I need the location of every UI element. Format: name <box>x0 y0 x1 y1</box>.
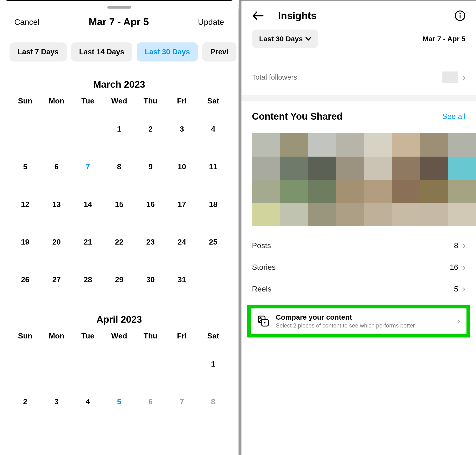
thumbnail-pixel <box>420 203 448 227</box>
month-title: March 2023 <box>9 79 229 90</box>
thumbnail-pixel <box>364 157 392 180</box>
info-icon[interactable] <box>455 10 466 21</box>
section-divider <box>241 95 476 101</box>
calendar-day[interactable]: 1 <box>103 115 135 143</box>
compare-title: Compare your content <box>276 313 451 321</box>
update-button[interactable]: Update <box>198 17 224 27</box>
calendar-day[interactable]: 5 <box>9 153 41 181</box>
calendar-day[interactable]: 19 <box>9 228 41 256</box>
calendar-day[interactable]: 20 <box>41 228 72 256</box>
calendar-day[interactable]: 2 <box>9 388 41 416</box>
date-range-sheet: Cancel Mar 7 - Apr 5 Update Last 7 DaysL… <box>0 0 238 455</box>
thumbnail-pixel <box>336 133 364 157</box>
thumbnail-pixel <box>392 157 420 180</box>
chevron-right-icon: › <box>462 284 466 294</box>
calendar-day[interactable]: 28 <box>72 266 103 294</box>
calendar-day[interactable]: 27 <box>41 266 72 294</box>
preset-range-row[interactable]: Last 7 DaysLast 14 DaysLast 30 DaysPrevi <box>0 36 238 68</box>
stat-value: 5 <box>454 284 458 293</box>
calendar-day[interactable]: 16 <box>135 190 166 218</box>
content-shared-title: Content You Shared <box>252 111 343 122</box>
calendar-day[interactable]: 30 <box>135 266 166 294</box>
thumbnail-pixel <box>420 180 448 203</box>
thumbnail-pixel <box>308 180 336 203</box>
calendar-day[interactable]: 3 <box>166 115 198 143</box>
calendar-day[interactable]: 14 <box>72 190 103 218</box>
calendar-day[interactable]: 23 <box>135 228 166 256</box>
day-of-week-label: Thu <box>135 332 166 340</box>
thumbnail-pixel <box>336 180 364 203</box>
thumbnail-pixel <box>448 157 476 180</box>
day-of-week-label: Fri <box>166 97 198 105</box>
day-of-week-label: Sun <box>9 332 41 340</box>
calendar-day[interactable]: 9 <box>135 153 166 181</box>
date-picker-header: Cancel Mar 7 - Apr 5 Update <box>0 8 238 36</box>
back-arrow-icon[interactable] <box>252 11 264 21</box>
preset-chip[interactable]: Last 14 Days <box>71 42 132 62</box>
calendar-day[interactable]: 31 <box>166 266 198 294</box>
calendar-day[interactable]: 5 <box>103 388 135 416</box>
calendar-day[interactable]: 24 <box>166 228 198 256</box>
cancel-button[interactable]: Cancel <box>14 17 40 27</box>
preset-chip[interactable]: Last 30 Days <box>137 42 198 62</box>
calendar-day[interactable]: 7 <box>166 388 198 416</box>
calendar-day[interactable]: 11 <box>197 153 229 181</box>
day-of-week-label: Sat <box>197 97 229 105</box>
thumbnail-pixel <box>280 203 308 227</box>
range-dropdown-label: Last 30 Days <box>259 35 303 43</box>
calendar-day[interactable]: 26 <box>9 266 41 294</box>
calendar-day[interactable]: 4 <box>72 388 103 416</box>
range-dates-label: Mar 7 - Apr 5 <box>422 35 466 43</box>
thumbnail-pixel <box>392 133 420 157</box>
calendar-day[interactable]: 6 <box>41 153 72 181</box>
preset-chip[interactable]: Previ <box>202 42 237 62</box>
date-range-title: Mar 7 - Apr 5 <box>88 16 149 28</box>
calendar-day[interactable]: 8 <box>197 388 229 416</box>
calendar-day[interactable]: 29 <box>103 266 135 294</box>
thumbnail-pixel <box>252 203 280 227</box>
preset-chip[interactable]: Last 7 Days <box>9 42 67 62</box>
compare-content-button[interactable]: Compare your content Select 2 pieces of … <box>251 309 467 334</box>
calendar-day[interactable]: 13 <box>41 190 72 218</box>
content-stat-row[interactable]: Posts8› <box>241 235 476 256</box>
day-of-week-label: Mon <box>41 332 72 340</box>
thumbnail-pixel <box>280 180 308 203</box>
calendar-day[interactable]: 7 <box>72 153 103 181</box>
thumbnail-pixel <box>252 133 280 157</box>
content-stat-row[interactable]: Stories16› <box>241 256 476 278</box>
content-stat-row[interactable]: Reels5› <box>241 278 476 300</box>
calendar-day[interactable]: 10 <box>166 153 198 181</box>
svg-point-3 <box>260 317 261 319</box>
calendar-day[interactable]: 25 <box>197 228 229 256</box>
day-of-week-label: Thu <box>135 97 166 105</box>
calendar-day[interactable]: 2 <box>135 115 166 143</box>
thumbnail-pixel <box>252 157 280 180</box>
svg-point-1 <box>460 13 461 14</box>
content-thumbnails[interactable] <box>252 133 476 226</box>
drag-handle[interactable] <box>107 6 131 8</box>
thumbnail-pixel <box>448 133 476 157</box>
calendar-day[interactable]: 4 <box>197 115 229 143</box>
calendar-day[interactable]: 1 <box>197 350 229 378</box>
insights-header: Insights <box>241 0 476 30</box>
calendar-day[interactable]: 18 <box>197 190 229 218</box>
thumbnail-pixel <box>448 203 476 227</box>
calendar-day[interactable]: 6 <box>135 388 166 416</box>
calendar-day[interactable]: 21 <box>72 228 103 256</box>
month-title: April 2023 <box>9 314 229 325</box>
month-block: March 2023SunMonTueWedThuFriSat123456789… <box>0 68 238 303</box>
range-dropdown[interactable]: Last 30 Days <box>252 30 318 48</box>
stat-value: 8 <box>454 241 458 250</box>
calendar-day[interactable]: 12 <box>9 190 41 218</box>
thumbnail-pixel <box>336 157 364 180</box>
calendar-day[interactable]: 15 <box>103 190 135 218</box>
calendar-day[interactable]: 17 <box>166 190 198 218</box>
calendar-day[interactable]: 3 <box>41 388 72 416</box>
thumbnail-pixel <box>280 133 308 157</box>
calendar-day[interactable]: 8 <box>103 153 135 181</box>
total-followers-row[interactable]: Total followers › <box>252 65 466 89</box>
see-all-link[interactable]: See all <box>442 112 466 121</box>
thumbnail-pixel <box>392 203 420 227</box>
calendar-day[interactable]: 22 <box>103 228 135 256</box>
thumbnail-pixel <box>280 157 308 180</box>
